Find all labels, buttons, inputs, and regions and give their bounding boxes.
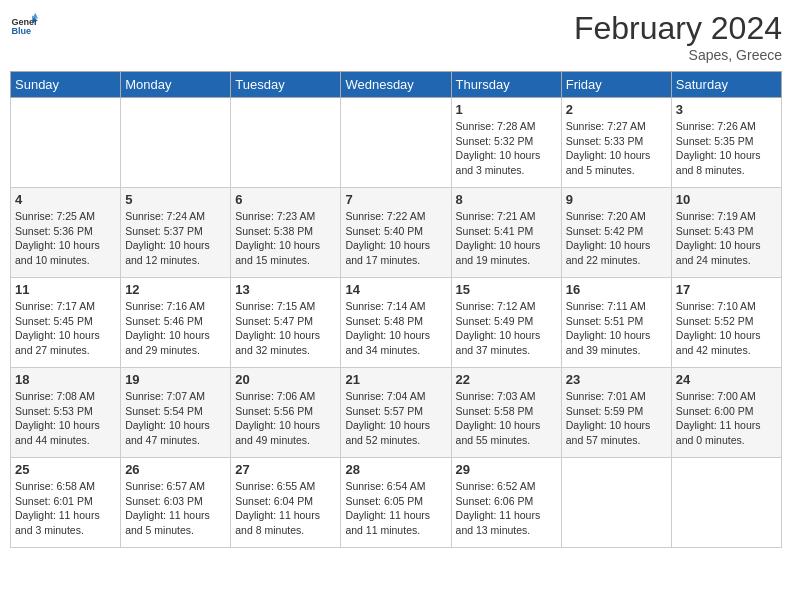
calendar-cell: 28Sunrise: 6:54 AM Sunset: 6:05 PM Dayli… <box>341 458 451 548</box>
day-number: 18 <box>15 372 116 387</box>
logo: General Blue <box>10 10 38 38</box>
day-info: Sunrise: 7:16 AM Sunset: 5:46 PM Dayligh… <box>125 299 226 358</box>
calendar-cell <box>231 98 341 188</box>
calendar-cell: 9Sunrise: 7:20 AM Sunset: 5:42 PM Daylig… <box>561 188 671 278</box>
day-info: Sunrise: 7:15 AM Sunset: 5:47 PM Dayligh… <box>235 299 336 358</box>
calendar-cell: 14Sunrise: 7:14 AM Sunset: 5:48 PM Dayli… <box>341 278 451 368</box>
day-info: Sunrise: 6:57 AM Sunset: 6:03 PM Dayligh… <box>125 479 226 538</box>
day-info: Sunrise: 7:11 AM Sunset: 5:51 PM Dayligh… <box>566 299 667 358</box>
svg-marker-3 <box>32 13 38 19</box>
day-number: 1 <box>456 102 557 117</box>
day-info: Sunrise: 6:54 AM Sunset: 6:05 PM Dayligh… <box>345 479 446 538</box>
calendar-cell: 4Sunrise: 7:25 AM Sunset: 5:36 PM Daylig… <box>11 188 121 278</box>
day-number: 20 <box>235 372 336 387</box>
calendar-cell <box>341 98 451 188</box>
calendar-header-row: SundayMondayTuesdayWednesdayThursdayFrid… <box>11 72 782 98</box>
calendar-cell: 26Sunrise: 6:57 AM Sunset: 6:03 PM Dayli… <box>121 458 231 548</box>
day-number: 29 <box>456 462 557 477</box>
day-number: 21 <box>345 372 446 387</box>
calendar-cell <box>671 458 781 548</box>
page-header: General Blue February 2024 Sapes, Greece <box>10 10 782 63</box>
svg-text:Blue: Blue <box>11 26 31 36</box>
calendar-cell <box>121 98 231 188</box>
day-info: Sunrise: 7:10 AM Sunset: 5:52 PM Dayligh… <box>676 299 777 358</box>
day-number: 3 <box>676 102 777 117</box>
day-info: Sunrise: 7:12 AM Sunset: 5:49 PM Dayligh… <box>456 299 557 358</box>
day-number: 16 <box>566 282 667 297</box>
calendar-cell: 7Sunrise: 7:22 AM Sunset: 5:40 PM Daylig… <box>341 188 451 278</box>
day-number: 23 <box>566 372 667 387</box>
day-info: Sunrise: 7:19 AM Sunset: 5:43 PM Dayligh… <box>676 209 777 268</box>
day-number: 7 <box>345 192 446 207</box>
calendar-cell: 27Sunrise: 6:55 AM Sunset: 6:04 PM Dayli… <box>231 458 341 548</box>
day-number: 15 <box>456 282 557 297</box>
day-info: Sunrise: 6:55 AM Sunset: 6:04 PM Dayligh… <box>235 479 336 538</box>
calendar-cell: 16Sunrise: 7:11 AM Sunset: 5:51 PM Dayli… <box>561 278 671 368</box>
logo-icon: General Blue <box>10 10 38 38</box>
calendar-cell: 23Sunrise: 7:01 AM Sunset: 5:59 PM Dayli… <box>561 368 671 458</box>
month-year-title: February 2024 <box>574 10 782 47</box>
day-number: 19 <box>125 372 226 387</box>
day-info: Sunrise: 7:25 AM Sunset: 5:36 PM Dayligh… <box>15 209 116 268</box>
calendar-cell: 22Sunrise: 7:03 AM Sunset: 5:58 PM Dayli… <box>451 368 561 458</box>
calendar-cell: 10Sunrise: 7:19 AM Sunset: 5:43 PM Dayli… <box>671 188 781 278</box>
header-friday: Friday <box>561 72 671 98</box>
day-number: 11 <box>15 282 116 297</box>
day-info: Sunrise: 7:28 AM Sunset: 5:32 PM Dayligh… <box>456 119 557 178</box>
day-info: Sunrise: 7:21 AM Sunset: 5:41 PM Dayligh… <box>456 209 557 268</box>
calendar-cell: 25Sunrise: 6:58 AM Sunset: 6:01 PM Dayli… <box>11 458 121 548</box>
day-number: 24 <box>676 372 777 387</box>
calendar-cell: 3Sunrise: 7:26 AM Sunset: 5:35 PM Daylig… <box>671 98 781 188</box>
day-info: Sunrise: 7:08 AM Sunset: 5:53 PM Dayligh… <box>15 389 116 448</box>
calendar-week-4: 18Sunrise: 7:08 AM Sunset: 5:53 PM Dayli… <box>11 368 782 458</box>
calendar-cell: 17Sunrise: 7:10 AM Sunset: 5:52 PM Dayli… <box>671 278 781 368</box>
header-monday: Monday <box>121 72 231 98</box>
day-info: Sunrise: 7:06 AM Sunset: 5:56 PM Dayligh… <box>235 389 336 448</box>
day-info: Sunrise: 7:17 AM Sunset: 5:45 PM Dayligh… <box>15 299 116 358</box>
day-number: 27 <box>235 462 336 477</box>
calendar-cell: 6Sunrise: 7:23 AM Sunset: 5:38 PM Daylig… <box>231 188 341 278</box>
day-number: 6 <box>235 192 336 207</box>
day-number: 4 <box>15 192 116 207</box>
calendar-cell: 2Sunrise: 7:27 AM Sunset: 5:33 PM Daylig… <box>561 98 671 188</box>
calendar-table: SundayMondayTuesdayWednesdayThursdayFrid… <box>10 71 782 548</box>
calendar-cell: 24Sunrise: 7:00 AM Sunset: 6:00 PM Dayli… <box>671 368 781 458</box>
calendar-cell <box>561 458 671 548</box>
calendar-week-5: 25Sunrise: 6:58 AM Sunset: 6:01 PM Dayli… <box>11 458 782 548</box>
calendar-cell: 11Sunrise: 7:17 AM Sunset: 5:45 PM Dayli… <box>11 278 121 368</box>
header-tuesday: Tuesday <box>231 72 341 98</box>
day-number: 26 <box>125 462 226 477</box>
day-info: Sunrise: 6:58 AM Sunset: 6:01 PM Dayligh… <box>15 479 116 538</box>
title-area: February 2024 Sapes, Greece <box>574 10 782 63</box>
calendar-week-3: 11Sunrise: 7:17 AM Sunset: 5:45 PM Dayli… <box>11 278 782 368</box>
day-number: 10 <box>676 192 777 207</box>
day-number: 28 <box>345 462 446 477</box>
day-info: Sunrise: 7:20 AM Sunset: 5:42 PM Dayligh… <box>566 209 667 268</box>
calendar-cell <box>11 98 121 188</box>
calendar-cell: 19Sunrise: 7:07 AM Sunset: 5:54 PM Dayli… <box>121 368 231 458</box>
day-number: 25 <box>15 462 116 477</box>
day-info: Sunrise: 7:23 AM Sunset: 5:38 PM Dayligh… <box>235 209 336 268</box>
calendar-cell: 5Sunrise: 7:24 AM Sunset: 5:37 PM Daylig… <box>121 188 231 278</box>
calendar-cell: 21Sunrise: 7:04 AM Sunset: 5:57 PM Dayli… <box>341 368 451 458</box>
day-info: Sunrise: 7:03 AM Sunset: 5:58 PM Dayligh… <box>456 389 557 448</box>
header-wednesday: Wednesday <box>341 72 451 98</box>
day-info: Sunrise: 7:22 AM Sunset: 5:40 PM Dayligh… <box>345 209 446 268</box>
header-saturday: Saturday <box>671 72 781 98</box>
calendar-cell: 18Sunrise: 7:08 AM Sunset: 5:53 PM Dayli… <box>11 368 121 458</box>
day-info: Sunrise: 7:26 AM Sunset: 5:35 PM Dayligh… <box>676 119 777 178</box>
calendar-cell: 20Sunrise: 7:06 AM Sunset: 5:56 PM Dayli… <box>231 368 341 458</box>
calendar-cell: 29Sunrise: 6:52 AM Sunset: 6:06 PM Dayli… <box>451 458 561 548</box>
day-number: 5 <box>125 192 226 207</box>
day-info: Sunrise: 7:07 AM Sunset: 5:54 PM Dayligh… <box>125 389 226 448</box>
calendar-week-1: 1Sunrise: 7:28 AM Sunset: 5:32 PM Daylig… <box>11 98 782 188</box>
calendar-cell: 1Sunrise: 7:28 AM Sunset: 5:32 PM Daylig… <box>451 98 561 188</box>
day-number: 17 <box>676 282 777 297</box>
calendar-cell: 13Sunrise: 7:15 AM Sunset: 5:47 PM Dayli… <box>231 278 341 368</box>
day-number: 22 <box>456 372 557 387</box>
day-info: Sunrise: 7:24 AM Sunset: 5:37 PM Dayligh… <box>125 209 226 268</box>
day-info: Sunrise: 7:14 AM Sunset: 5:48 PM Dayligh… <box>345 299 446 358</box>
day-number: 13 <box>235 282 336 297</box>
day-number: 14 <box>345 282 446 297</box>
day-number: 8 <box>456 192 557 207</box>
